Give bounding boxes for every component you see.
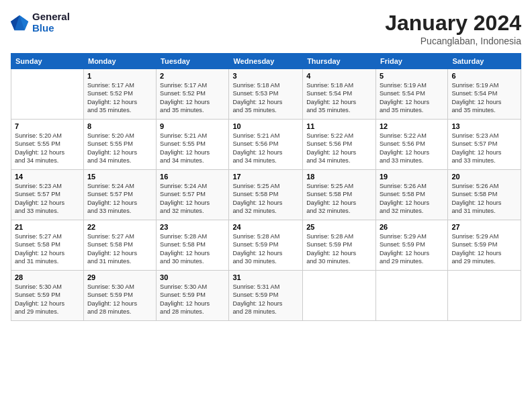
day-number: 6 (451, 72, 517, 80)
day-info: Sunrise: 5:23 AM Sunset: 5:57 PM Dayligh… (451, 132, 517, 165)
day-info: Sunrise: 5:17 AM Sunset: 5:52 PM Dayligh… (87, 81, 152, 115)
day-info: Sunrise: 5:28 AM Sunset: 5:59 PM Dayligh… (232, 232, 299, 266)
day-number: 24 (232, 223, 299, 231)
day-info: Sunrise: 5:19 AM Sunset: 5:54 PM Dayligh… (380, 81, 444, 115)
week-row-1: 1Sunrise: 5:17 AM Sunset: 5:52 PM Daylig… (11, 69, 521, 120)
day-number: 1 (87, 72, 152, 80)
title-block: January 2024 Pucanglaban, Indonesia (385, 11, 521, 46)
day-number: 29 (87, 273, 152, 281)
day-info: Sunrise: 5:24 AM Sunset: 5:57 PM Dayligh… (87, 182, 152, 216)
week-row-5: 28Sunrise: 5:30 AM Sunset: 5:59 PM Dayli… (11, 271, 521, 321)
day-info: Sunrise: 5:30 AM Sunset: 5:59 PM Dayligh… (87, 283, 152, 316)
day-info: Sunrise: 5:26 AM Sunset: 5:58 PM Dayligh… (451, 182, 517, 216)
day-number: 20 (451, 173, 517, 181)
day-info: Sunrise: 5:27 AM Sunset: 5:58 PM Dayligh… (15, 232, 80, 266)
day-info: Sunrise: 5:31 AM Sunset: 5:59 PM Dayligh… (232, 283, 299, 316)
day-cell: 4Sunrise: 5:18 AM Sunset: 5:54 PM Daylig… (303, 69, 376, 120)
day-number: 19 (380, 173, 444, 181)
day-info: Sunrise: 5:19 AM Sunset: 5:54 PM Dayligh… (451, 81, 517, 115)
calendar-title: January 2024 (385, 11, 521, 36)
day-cell: 17Sunrise: 5:25 AM Sunset: 5:58 PM Dayli… (229, 170, 303, 220)
day-number: 26 (380, 223, 444, 231)
page: General Blue January 2024 Pucanglaban, I… (0, 0, 532, 411)
day-info: Sunrise: 5:21 AM Sunset: 5:55 PM Dayligh… (160, 132, 225, 165)
day-number: 28 (15, 273, 80, 281)
day-number: 21 (15, 223, 80, 231)
day-number: 25 (306, 223, 372, 231)
header: General Blue January 2024 Pucanglaban, I… (11, 11, 521, 46)
day-number: 27 (451, 223, 517, 231)
day-cell: 24Sunrise: 5:28 AM Sunset: 5:59 PM Dayli… (229, 220, 303, 271)
day-number: 3 (232, 72, 299, 80)
week-row-3: 14Sunrise: 5:23 AM Sunset: 5:57 PM Dayli… (11, 170, 521, 220)
day-cell (303, 271, 376, 321)
logo-icon (11, 13, 30, 32)
day-cell: 16Sunrise: 5:24 AM Sunset: 5:57 PM Dayli… (157, 170, 229, 220)
day-cell: 1Sunrise: 5:17 AM Sunset: 5:52 PM Daylig… (83, 69, 156, 120)
day-cell: 26Sunrise: 5:29 AM Sunset: 5:59 PM Dayli… (375, 220, 447, 271)
col-wednesday: Wednesday (229, 54, 303, 69)
day-number: 13 (451, 122, 517, 130)
day-number: 9 (160, 122, 225, 130)
day-number: 17 (232, 173, 299, 181)
day-info: Sunrise: 5:24 AM Sunset: 5:57 PM Dayligh… (160, 182, 225, 216)
day-cell (11, 69, 84, 120)
day-number: 22 (87, 223, 152, 231)
col-tuesday: Tuesday (157, 54, 229, 69)
day-number: 7 (15, 122, 80, 130)
day-cell: 18Sunrise: 5:25 AM Sunset: 5:58 PM Dayli… (303, 170, 376, 220)
day-cell: 20Sunrise: 5:26 AM Sunset: 5:58 PM Dayli… (448, 170, 521, 220)
day-cell: 31Sunrise: 5:31 AM Sunset: 5:59 PM Dayli… (229, 271, 303, 321)
day-number: 8 (87, 122, 152, 130)
day-cell: 22Sunrise: 5:27 AM Sunset: 5:58 PM Dayli… (83, 220, 156, 271)
day-info: Sunrise: 5:18 AM Sunset: 5:54 PM Dayligh… (306, 81, 372, 115)
day-cell: 9Sunrise: 5:21 AM Sunset: 5:55 PM Daylig… (157, 120, 229, 170)
day-info: Sunrise: 5:20 AM Sunset: 5:55 PM Dayligh… (87, 132, 152, 165)
day-cell: 7Sunrise: 5:20 AM Sunset: 5:55 PM Daylig… (11, 120, 84, 170)
day-info: Sunrise: 5:25 AM Sunset: 5:58 PM Dayligh… (306, 182, 372, 216)
day-number: 2 (160, 72, 225, 80)
col-thursday: Thursday (303, 54, 376, 69)
header-row: Sunday Monday Tuesday Wednesday Thursday… (11, 54, 521, 69)
day-cell: 3Sunrise: 5:18 AM Sunset: 5:53 PM Daylig… (229, 69, 303, 120)
day-number: 16 (160, 173, 225, 181)
day-number: 30 (160, 273, 225, 281)
day-cell: 21Sunrise: 5:27 AM Sunset: 5:58 PM Dayli… (11, 220, 84, 271)
day-info: Sunrise: 5:18 AM Sunset: 5:53 PM Dayligh… (232, 81, 299, 115)
day-info: Sunrise: 5:17 AM Sunset: 5:52 PM Dayligh… (160, 81, 225, 115)
calendar-table: Sunday Monday Tuesday Wednesday Thursday… (11, 53, 521, 321)
day-cell: 10Sunrise: 5:21 AM Sunset: 5:56 PM Dayli… (229, 120, 303, 170)
day-number: 10 (232, 122, 299, 130)
day-number: 12 (380, 122, 444, 130)
col-saturday: Saturday (448, 54, 521, 69)
day-info: Sunrise: 5:28 AM Sunset: 5:59 PM Dayligh… (306, 232, 372, 266)
day-cell: 13Sunrise: 5:23 AM Sunset: 5:57 PM Dayli… (448, 120, 521, 170)
day-info: Sunrise: 5:21 AM Sunset: 5:56 PM Dayligh… (232, 132, 299, 165)
day-cell: 28Sunrise: 5:30 AM Sunset: 5:59 PM Dayli… (11, 271, 84, 321)
day-info: Sunrise: 5:29 AM Sunset: 5:59 PM Dayligh… (451, 232, 517, 266)
day-cell: 14Sunrise: 5:23 AM Sunset: 5:57 PM Dayli… (11, 170, 84, 220)
day-cell: 30Sunrise: 5:30 AM Sunset: 5:59 PM Dayli… (157, 271, 229, 321)
day-info: Sunrise: 5:30 AM Sunset: 5:59 PM Dayligh… (160, 283, 225, 316)
day-info: Sunrise: 5:28 AM Sunset: 5:58 PM Dayligh… (160, 232, 225, 266)
day-info: Sunrise: 5:29 AM Sunset: 5:59 PM Dayligh… (380, 232, 444, 266)
day-number: 15 (87, 173, 152, 181)
calendar-subtitle: Pucanglaban, Indonesia (385, 36, 521, 46)
day-cell: 23Sunrise: 5:28 AM Sunset: 5:58 PM Dayli… (157, 220, 229, 271)
day-cell: 6Sunrise: 5:19 AM Sunset: 5:54 PM Daylig… (448, 69, 521, 120)
day-info: Sunrise: 5:27 AM Sunset: 5:58 PM Dayligh… (87, 232, 152, 266)
day-number: 4 (306, 72, 372, 80)
day-info: Sunrise: 5:22 AM Sunset: 5:56 PM Dayligh… (306, 132, 372, 165)
day-cell: 19Sunrise: 5:26 AM Sunset: 5:58 PM Dayli… (375, 170, 447, 220)
day-number: 18 (306, 173, 372, 181)
day-cell: 27Sunrise: 5:29 AM Sunset: 5:59 PM Dayli… (448, 220, 521, 271)
day-cell: 2Sunrise: 5:17 AM Sunset: 5:52 PM Daylig… (157, 69, 229, 120)
day-info: Sunrise: 5:26 AM Sunset: 5:58 PM Dayligh… (380, 182, 444, 216)
week-row-2: 7Sunrise: 5:20 AM Sunset: 5:55 PM Daylig… (11, 120, 521, 170)
day-cell: 5Sunrise: 5:19 AM Sunset: 5:54 PM Daylig… (375, 69, 447, 120)
day-cell: 25Sunrise: 5:28 AM Sunset: 5:59 PM Dayli… (303, 220, 376, 271)
col-monday: Monday (83, 54, 156, 69)
day-cell (448, 271, 521, 321)
day-number: 5 (380, 72, 444, 80)
day-info: Sunrise: 5:22 AM Sunset: 5:56 PM Dayligh… (380, 132, 444, 165)
